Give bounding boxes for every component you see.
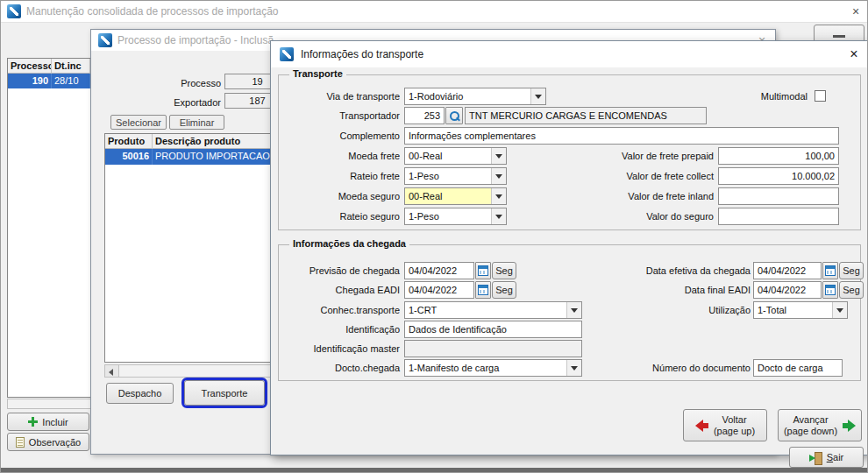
frete-inland-field[interactable] [718,187,839,205]
via-transporte-value: 1-Rodoviário [409,88,530,104]
identificacao-field[interactable]: Dados de Identificação [404,321,582,338]
incluir-button[interactable]: Incluir [7,413,89,431]
via-transporte-label: Via de transporte [278,88,400,105]
transportador-code-field[interactable]: 253 [404,107,445,124]
mid-window-title: Processo de importação - Inclusã [117,30,274,51]
complemento-label: Complemento [278,127,400,145]
identificacao-master-label: Identificação master [278,340,400,357]
despacho-button[interactable]: Despacho [106,383,174,404]
app-icon [7,4,21,18]
frete-prepaid-field[interactable]: 100,00 [718,147,839,165]
note-icon [16,437,25,448]
calendar-button[interactable] [475,262,491,279]
previsao-chegada-field[interactable]: 04/04/2022 [404,262,474,279]
seg-button[interactable]: Seg [839,281,864,299]
avancar-button[interactable]: Avançar (page down) [778,409,862,441]
rateio-frete-select[interactable]: 1-Peso [404,167,507,185]
transportador-name-field: TNT MERCURIO CARGAS E ENCOMENDAS [465,107,707,124]
seg-button[interactable]: Seg [492,262,516,279]
process-table-hscrollbar[interactable] [7,399,91,409]
conhec-transporte-select[interactable]: 1-CRT [404,301,582,319]
data-final-eadi-field[interactable]: 04/04/2022 [753,281,822,299]
chevron-down-icon [491,188,506,204]
data-final-eadi-label: Data final EADI [569,281,751,299]
docto-chegada-select[interactable]: 1-Manifesto de carga [404,359,582,377]
frete-prepaid-label: Valor de frete prepaid [533,147,714,165]
column-header-processo: Processo [8,59,52,74]
complemento-field[interactable]: Informações complementares [404,127,839,145]
utilizacao-label: Utilização [569,301,751,319]
previsao-chegada-label: Previsão de chegada [278,262,400,279]
process-table-header: Processo Dt.inc [8,59,90,74]
multimodal-checkbox[interactable] [815,90,826,102]
utilizacao-select[interactable]: 1-Total [753,301,848,319]
cell-dtinc: 28/10 [52,74,90,88]
cell-produto: 50016 [105,149,153,165]
partial-button-icon [833,35,845,38]
chegada-eadi-field[interactable]: 04/04/2022 [404,281,474,299]
calendar-button[interactable] [475,281,491,299]
seg-button[interactable]: Seg [492,281,516,299]
chevron-down-icon [491,208,506,224]
chevron-down-icon [530,88,545,104]
selecionar-label: Selecionar [116,117,161,128]
identificacao-label: Identificação [278,321,400,338]
exit-door-icon [809,452,822,463]
rateio-frete-label: Rateio frete [278,167,400,185]
conhec-transporte-value: 1-CRT [409,302,566,318]
via-transporte-select[interactable]: 1-Rodoviário [404,88,546,105]
app-icon [98,33,112,47]
sair-button[interactable]: Sair [789,447,864,468]
docto-chegada-value: 1-Manifesto de carga [409,360,566,376]
close-icon[interactable]: × [841,41,867,67]
frete-collect-field[interactable]: 10.000,02 [718,167,839,185]
chevron-down-icon [832,302,847,318]
moeda-seguro-label: Moeda seguro [278,187,400,205]
calendar-icon [825,265,836,276]
seg-label: Seg [495,285,513,295]
transportador-label: Transportador [278,107,400,124]
moeda-seguro-select[interactable]: 00-Real [404,187,507,205]
valor-seguro-field[interactable] [718,208,839,225]
voltar-button[interactable]: Voltar (page up) [683,409,767,441]
calendar-button[interactable] [822,262,838,279]
transporte-button[interactable]: Transporte [184,380,265,406]
transportador-search-button[interactable] [445,107,463,124]
conhec-transporte-label: Conhec.transporte [278,301,400,319]
calendar-icon [825,285,836,295]
window-bottom-border [0,468,868,473]
identificacao-master-field [404,340,582,357]
seg-label: Seg [843,285,860,295]
moeda-frete-value: 00-Real [409,148,490,164]
valor-seguro-label: Valor do seguro [533,208,714,225]
observacao-button[interactable]: Observação [7,433,89,451]
table-row[interactable]: 190 28/10 [8,74,90,88]
rateio-frete-value: 1-Peso [409,168,490,184]
chevron-down-icon [491,168,506,184]
sair-label: Sair [827,452,844,462]
selecionar-button[interactable]: Selecionar [110,115,167,130]
column-header-produto: Produto [105,134,153,149]
moeda-frete-select[interactable]: 00-Real [404,147,507,165]
voltar-label: Voltar [714,414,755,426]
utilizacao-value: 1-Total [758,302,831,318]
chegada-eadi-label: Chegada EADI [278,281,400,299]
seg-button[interactable]: Seg [839,262,864,279]
calendar-button[interactable] [822,281,838,299]
data-efetiva-field[interactable]: 04/04/2022 [753,262,822,279]
close-icon[interactable]: × [843,0,868,23]
bg-window-titlebar[interactable]: Manutenção consolidada de processos de i… [0,0,868,23]
scroll-left-arrow-icon[interactable] [105,365,119,377]
plus-icon [28,417,38,427]
avancar-sublabel: (page down) [784,426,837,437]
frete-collect-label: Valor de frete collect [533,167,714,185]
incluir-label: Incluir [42,417,68,427]
numero-documento-field[interactable]: Docto de carga [753,359,843,377]
rateio-seguro-select[interactable]: 1-Peso [404,208,507,225]
rateio-seguro-value: 1-Peso [409,208,490,224]
back-arrow-icon [695,420,709,432]
dialog-titlebar[interactable]: Informações do transporte × [271,41,867,67]
process-table[interactable]: Processo Dt.inc 190 28/10 [7,58,91,398]
eliminar-button[interactable]: Eliminar [169,115,224,130]
chegada-group-legend: Informações da chegada [289,238,409,249]
